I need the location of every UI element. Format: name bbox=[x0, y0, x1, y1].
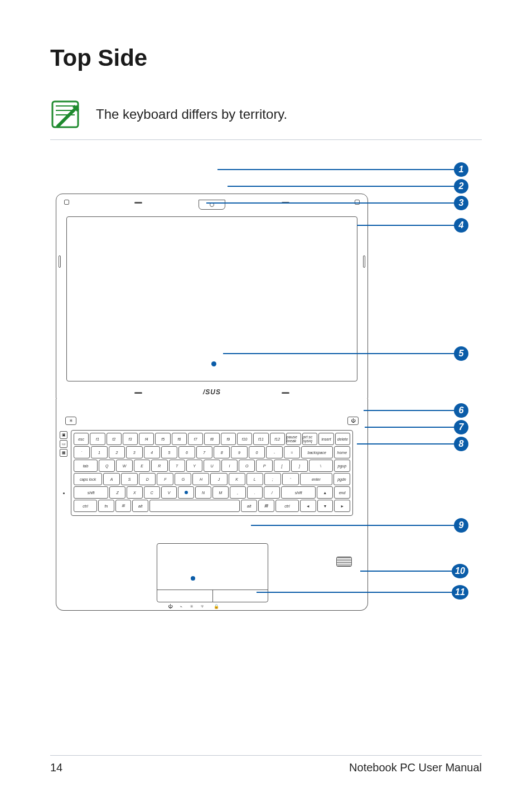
key: ' bbox=[282, 473, 299, 485]
key: f6 bbox=[172, 433, 187, 445]
callout-7: 7 bbox=[454, 420, 468, 434]
key: esc bbox=[74, 433, 89, 445]
key: O bbox=[239, 460, 255, 472]
key: f5 bbox=[155, 433, 170, 445]
key: ▲ bbox=[317, 486, 333, 499]
key: ▤ bbox=[258, 500, 274, 512]
key: ► bbox=[334, 500, 350, 512]
page-footer: 14 Notebook PC User Manual bbox=[50, 755, 482, 774]
key: L bbox=[246, 473, 263, 485]
key: 6 bbox=[178, 446, 195, 458]
key: 7 bbox=[196, 446, 212, 458]
key: U bbox=[204, 460, 220, 472]
key: F bbox=[157, 473, 173, 485]
touchpad-buttons bbox=[157, 590, 268, 602]
key: , bbox=[230, 486, 246, 499]
callout-3: 3 bbox=[454, 196, 468, 210]
key: f8 bbox=[204, 433, 219, 445]
key: shift bbox=[281, 486, 316, 499]
key: f12 bbox=[270, 433, 285, 445]
callout-dot-display bbox=[211, 361, 216, 366]
key: 8 bbox=[214, 446, 230, 458]
key: f7 bbox=[188, 433, 203, 445]
instant-key-button: ✳ bbox=[65, 417, 76, 425]
key: alt bbox=[132, 500, 148, 512]
callout-9: 9 bbox=[454, 518, 468, 533]
key: . bbox=[247, 486, 263, 499]
touchpad bbox=[157, 543, 268, 602]
key: prt sc sysrq bbox=[302, 433, 317, 445]
key: ; bbox=[264, 473, 281, 485]
callout-11: 11 bbox=[452, 585, 468, 600]
page-number: 14 bbox=[50, 761, 62, 774]
note-row: The keyboard differs by territory. bbox=[50, 99, 482, 140]
key: K bbox=[229, 473, 245, 485]
key: f4 bbox=[139, 433, 154, 445]
key: enter bbox=[300, 473, 332, 485]
key: home bbox=[334, 446, 350, 458]
key: E bbox=[134, 460, 150, 472]
key: / bbox=[264, 486, 280, 499]
key: G bbox=[175, 473, 191, 485]
key: R bbox=[151, 460, 167, 472]
key: alt bbox=[241, 500, 257, 512]
callout-1: 1 bbox=[454, 162, 468, 177]
page-title: Top Side bbox=[50, 45, 482, 71]
key: delete bbox=[335, 433, 350, 445]
key: f1 bbox=[90, 433, 105, 445]
key: fn bbox=[98, 500, 114, 512]
key: A bbox=[103, 473, 120, 485]
lower-slot-right bbox=[282, 392, 289, 394]
key: 9 bbox=[231, 446, 247, 458]
key: [ bbox=[274, 460, 290, 472]
indicator-icon: ▦ bbox=[60, 449, 67, 457]
key: ] bbox=[291, 460, 307, 472]
key bbox=[178, 486, 194, 499]
callout-10: 10 bbox=[452, 564, 468, 578]
power-button: ⏻ bbox=[347, 417, 359, 425]
callout-4: 4 bbox=[454, 218, 468, 233]
callouts: 1 2 3 4 5 6 7 8 9 10 11 bbox=[368, 162, 468, 631]
key: 5 bbox=[161, 446, 177, 458]
key: N bbox=[195, 486, 211, 499]
note-text: The keyboard differs by territory. bbox=[96, 107, 287, 122]
indicator-led bbox=[63, 492, 65, 494]
key: Z bbox=[109, 486, 125, 499]
mic-slot-left bbox=[134, 202, 142, 204]
key: J bbox=[210, 473, 227, 485]
key: ctrl bbox=[275, 500, 299, 512]
footer-text: Notebook PC User Manual bbox=[349, 761, 482, 774]
key: tab bbox=[74, 460, 98, 472]
key: P bbox=[256, 460, 272, 472]
rubber-pad-left bbox=[64, 200, 69, 205]
fingerprint-reader-icon bbox=[336, 557, 352, 567]
key: ▼ bbox=[317, 500, 333, 512]
key: ⊞ bbox=[115, 500, 132, 512]
key: T bbox=[169, 460, 185, 472]
key: 4 bbox=[144, 446, 160, 458]
side-slot-left bbox=[59, 255, 61, 268]
key: 3 bbox=[126, 446, 142, 458]
key: 0 bbox=[249, 446, 265, 458]
key: 1 bbox=[91, 446, 107, 458]
key: f11 bbox=[253, 433, 268, 445]
key: = bbox=[284, 446, 300, 458]
key: I bbox=[221, 460, 238, 472]
keyboard: escf1f2f3f4f5f6f7f8f9f10f11f12pause brea… bbox=[71, 430, 353, 516]
key: C bbox=[144, 486, 160, 499]
side-slot-right bbox=[363, 255, 365, 268]
key: Q bbox=[99, 460, 115, 472]
key: f2 bbox=[107, 433, 122, 445]
key: caps lock bbox=[74, 473, 102, 485]
laptop-base: ✳ ⏻ ▣ ▭ ▦ escf1f2f3f4f5f6f7f8f9f10f11f12… bbox=[56, 399, 368, 611]
key: H bbox=[192, 473, 209, 485]
key: X bbox=[127, 486, 143, 499]
key: shift bbox=[74, 486, 108, 499]
key: ` bbox=[74, 446, 90, 458]
key: f9 bbox=[221, 433, 236, 445]
laptop-diagram: /SUS ✳ ⏻ ▣ ▭ ▦ escf1f2f3f4f5f6f7f8f9f10f… bbox=[56, 162, 468, 631]
key: ctrl bbox=[74, 500, 97, 512]
display-panel bbox=[66, 216, 357, 381]
callout-5: 5 bbox=[454, 346, 468, 361]
callout-8: 8 bbox=[454, 437, 468, 451]
